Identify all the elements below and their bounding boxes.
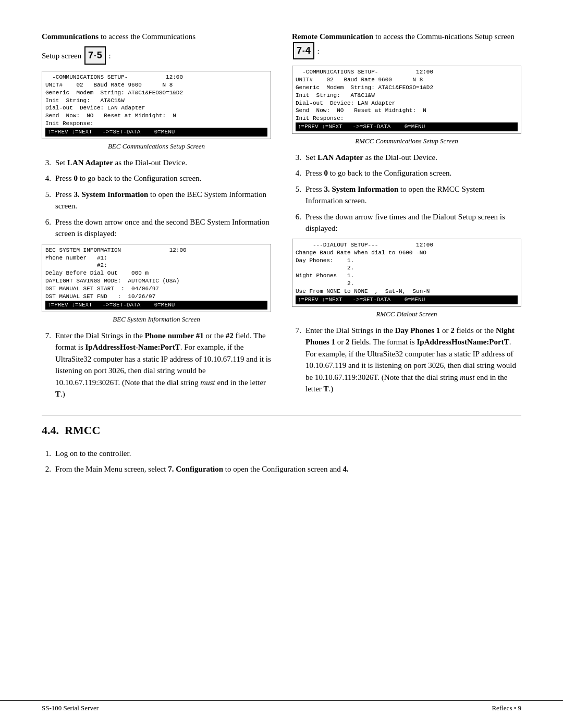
left-header-rest: to access the Communications: [99, 32, 195, 41]
section-number: 4.4.: [42, 424, 59, 437]
left-terminal2: BEC SYSTEM INFORMATION 12:00Phone number…: [42, 244, 271, 312]
left-list2: 7. Enter the Dial Strings in the Phone n…: [42, 330, 271, 400]
section-title: RMCC: [65, 424, 100, 437]
bottom-list: 1. Log on to the controller. 2. From the…: [42, 448, 521, 475]
list-item: 5. Press 3. System Information to open t…: [292, 183, 521, 207]
list-item-7: 7. Enter the Dial Strings in the Phone n…: [42, 330, 271, 400]
left-header: Communications to access the Communicati…: [42, 31, 271, 42]
list-item: 6. Press the down arrow once and the sec…: [42, 216, 271, 240]
left-key2: 5: [97, 48, 102, 63]
right-list: 3. Set LAN Adapter as the Dial-out Devic…: [292, 152, 521, 235]
page: Communications to access the Communicati…: [0, 0, 563, 728]
right-list2: 7. Enter the Dial Strings in the Day Pho…: [292, 325, 521, 395]
list-item: 3. Set LAN Adapter as the Dial-out Devic…: [42, 157, 271, 169]
footer-right: Reflecs • 9: [492, 704, 521, 712]
right-key-combo: 7-4: [293, 42, 314, 59]
right-caption2: RMCC Dialout Screen: [292, 310, 521, 318]
right-column: Remote Communication to access the Commu…: [292, 31, 521, 404]
footer-left: SS-100 Serial Server: [42, 704, 99, 712]
bottom-section: 1. Log on to the controller. 2. From the…: [42, 448, 521, 475]
right-key1: 7: [297, 44, 302, 57]
left-caption1: BEC Communications Setup Screen: [42, 142, 271, 151]
right-terminal2: ---DIALOUT SETUP--- 12:00Change Baud Rat…: [292, 239, 521, 307]
right-header: Remote Communication to access the Commu…: [292, 31, 521, 59]
left-terminal1: -COMMUNICATIONS SETUP- 12:00UNIT# 02 Bau…: [42, 71, 271, 139]
bottom-list-item-2: 2. From the Main Menu screen, select 7. …: [42, 463, 521, 475]
list-item: 5. Press 3. System Information to open t…: [42, 189, 271, 212]
list-item-7-right: 7. Enter the Dial Strings in the Day Pho…: [292, 325, 521, 395]
right-terminal1: -COMMUNICATIONS SETUP- 12:00UNIT# 02 Bau…: [292, 66, 521, 134]
left-list: 3. Set LAN Adapter as the Dial-out Devic…: [42, 157, 271, 240]
left-key-combo: 7-5: [84, 46, 106, 65]
list-item: 3. Set LAN Adapter as the Dial-out Devic…: [292, 152, 521, 164]
two-col-section: Communications to access the Communicati…: [42, 31, 521, 404]
right-header-bold: Remote Communication: [292, 32, 373, 41]
page-footer: SS-100 Serial Server Reflecs • 9: [0, 700, 563, 712]
bottom-list-item-1: 1. Log on to the controller.: [42, 448, 521, 460]
left-column: Communications to access the Communicati…: [42, 31, 271, 404]
section-heading: 4.4. RMCC: [42, 424, 521, 437]
right-caption1: RMCC Communications Setup Screen: [292, 137, 521, 145]
list-item: 4. Press 0 to go back to the Configurati…: [292, 167, 521, 179]
list-item: 6. Press the down arrow five times and t…: [292, 211, 521, 235]
right-key2: 4: [305, 44, 311, 57]
right-header-rest: to access the Commu-nications Setup scre…: [373, 32, 515, 41]
section-divider: [42, 415, 521, 415]
left-caption2: BEC System Information Screen: [42, 315, 271, 324]
left-header-bold: Communications: [42, 32, 99, 41]
left-key1: 7: [88, 48, 93, 63]
left-setup-line: Setup screen 7-5 :: [42, 46, 271, 65]
list-item: 4. Press 0 to go back to the Configurati…: [42, 172, 271, 184]
